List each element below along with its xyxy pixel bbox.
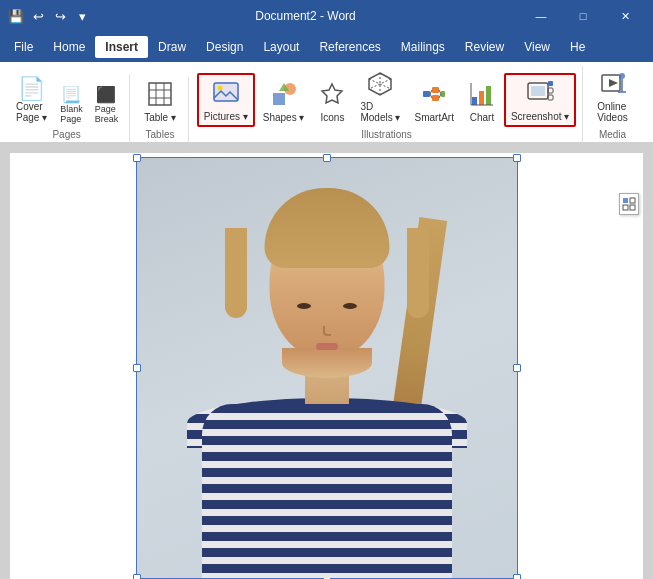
ribbon-group-tables: Table ▾ Tables [132,77,189,142]
screenshot-icon [526,78,554,110]
maximize-button[interactable]: □ [563,2,603,30]
illustrations-group-label: Illustrations [361,129,412,140]
handle-top-left[interactable] [133,154,141,162]
handle-top-right[interactable] [513,154,521,162]
menu-help[interactable]: He [560,36,595,58]
svg-line-21 [430,94,432,98]
menu-layout[interactable]: Layout [253,36,309,58]
shapes-icon [271,81,297,111]
svg-rect-42 [630,205,635,210]
window-title: Document2 - Word [90,9,521,23]
blank-page-button[interactable]: 📃 BlankPage [55,84,88,127]
svg-rect-26 [486,86,491,105]
menu-design[interactable]: Design [196,36,253,58]
menu-references[interactable]: References [309,36,390,58]
svg-line-20 [430,90,432,94]
ribbon-group-pages: 📄 CoverPage ▾ 📃 BlankPage ⬛ PageBreak Pa… [4,74,130,142]
page-break-icon: ⬛ [96,87,116,103]
3d-models-label: 3DModels ▾ [360,101,400,123]
handle-bottom-left[interactable] [133,574,141,580]
document-page [10,153,643,579]
tables-buttons: Table ▾ [138,77,182,127]
online-videos-icon [600,70,626,100]
chart-icon [469,81,495,111]
svg-rect-31 [548,81,553,86]
cover-page-button[interactable]: 📄 CoverPage ▾ [10,74,53,127]
menu-file[interactable]: File [4,36,43,58]
table-button[interactable]: Table ▾ [138,77,182,127]
pictures-icon [212,78,240,110]
menu-mailings[interactable]: Mailings [391,36,455,58]
tables-group-label: Tables [146,129,175,140]
cover-page-icon: 📄 [18,78,45,100]
ribbon: 📄 CoverPage ▾ 📃 BlankPage ⬛ PageBreak Pa… [0,62,653,143]
title-bar: 💾 ↩ ↪ ▾ Document2 - Word — □ ✕ [0,0,653,32]
icons-icon [319,81,345,111]
title-bar-icons: 💾 ↩ ↪ ▾ [8,8,90,24]
page-break-button[interactable]: ⬛ PageBreak [90,84,124,127]
online-videos-button[interactable]: OnlineVideos [591,66,633,127]
handle-bottom-right[interactable] [513,574,521,580]
svg-marker-11 [322,84,342,103]
undo-icon[interactable]: ↩ [30,8,46,24]
shapes-button[interactable]: Shapes ▾ [257,77,311,127]
screenshot-label: Screenshot ▾ [511,111,569,122]
svg-rect-0 [149,83,171,105]
window-controls: — □ ✕ [521,2,645,30]
shapes-label: Shapes ▾ [263,112,305,123]
smartart-label: SmartArt [414,112,453,123]
svg-rect-16 [423,91,430,97]
svg-rect-25 [479,91,484,105]
person-figure [137,158,517,578]
3d-models-button[interactable]: 3DModels ▾ [354,66,406,127]
pages-group-label: Pages [52,129,80,140]
svg-rect-40 [630,198,635,203]
svg-point-6 [217,86,222,91]
smartart-icon [421,81,447,111]
svg-marker-35 [609,79,618,87]
menu-review[interactable]: Review [455,36,514,58]
menu-bar: File Home Insert Draw Design Layout Refe… [0,32,653,62]
menu-view[interactable]: View [514,36,560,58]
ribbon-group-illustrations: Pictures ▾ Shapes ▾ [191,66,583,142]
menu-home[interactable]: Home [43,36,95,58]
layout-options-icon [622,197,636,211]
minimize-button[interactable]: — [521,2,561,30]
svg-rect-18 [432,95,439,101]
svg-rect-8 [273,93,285,105]
screenshot-button[interactable]: Screenshot ▾ [504,73,576,127]
handle-middle-right[interactable] [513,364,521,372]
illustrations-buttons: Pictures ▾ Shapes ▾ [197,66,576,127]
blank-page-label: BlankPage [60,104,83,124]
handle-middle-left[interactable] [133,364,141,372]
3d-models-icon [367,70,393,100]
chart-button[interactable]: Chart [462,77,502,127]
cover-page-label: CoverPage ▾ [16,101,47,123]
redo-icon[interactable]: ↪ [52,8,68,24]
svg-line-22 [439,90,441,94]
svg-rect-39 [623,198,628,203]
svg-rect-17 [432,87,439,93]
media-group-label: Media [599,129,626,140]
svg-line-23 [439,94,441,98]
table-icon [147,81,173,111]
menu-insert[interactable]: Insert [95,36,148,58]
pictures-label: Pictures ▾ [204,111,248,122]
media-buttons: OnlineVideos [591,66,633,127]
ribbon-group-media: OnlineVideos Media [585,66,639,142]
ribbon-groups: 📄 CoverPage ▾ 📃 BlankPage ⬛ PageBreak Pa… [4,66,649,142]
more-icon[interactable]: ▾ [74,8,90,24]
smartart-button[interactable]: SmartArt [408,77,459,127]
icons-button[interactable]: Icons [312,77,352,127]
pictures-button[interactable]: Pictures ▾ [197,73,255,127]
icons-label: Icons [321,112,345,123]
svg-rect-41 [623,205,628,210]
menu-draw[interactable]: Draw [148,36,196,58]
close-button[interactable]: ✕ [605,2,645,30]
layout-options-button[interactable] [619,193,639,215]
save-icon[interactable]: 💾 [8,8,24,24]
selected-image[interactable] [136,157,518,579]
svg-rect-30 [531,86,545,96]
blank-page-icon: 📃 [61,87,81,103]
handle-top-center[interactable] [323,154,331,162]
